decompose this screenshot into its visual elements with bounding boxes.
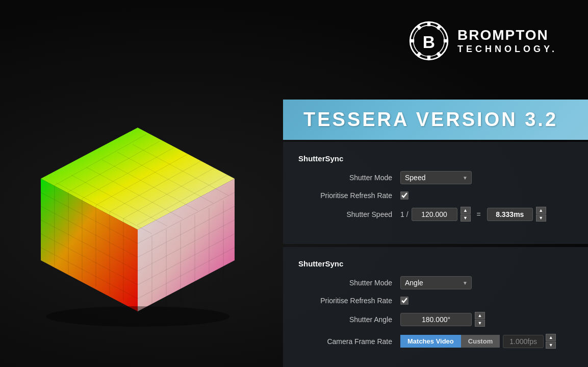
camera-frame-rate-label: Camera Frame Rate — [298, 337, 400, 346]
camera-frame-rate-row: Camera Frame Rate Matches Video Custom ▲… — [298, 334, 573, 349]
section-title-1: ShutterSync — [298, 154, 573, 163]
shutter-mode-select-1[interactable]: Speed Angle Manual — [400, 171, 472, 184]
matches-video-tab[interactable]: Matches Video — [400, 335, 461, 348]
svg-rect-2 — [427, 22, 430, 26]
shutter-mode-row-1: Shutter Mode Speed Angle Manual — [298, 171, 573, 184]
shutter-angle-row: Shutter Angle ▲ ▼ — [298, 312, 573, 327]
shutter-mode-select-2[interactable]: Speed Angle Manual — [400, 276, 472, 289]
prioritise-row-2: Prioritise Refresh Rate — [298, 297, 573, 305]
logo-text: BROMPTON TECHNOLOGY. — [457, 27, 557, 55]
cube-area — [0, 82, 275, 347]
svg-rect-3 — [427, 56, 430, 60]
fps-up-button[interactable]: ▲ — [546, 334, 556, 341]
logo-area: B BROMPTON TECHNOLOGY. — [408, 20, 557, 61]
prioritise-label-1: Prioritise Refresh Rate — [298, 191, 400, 200]
ms-value-input[interactable] — [487, 208, 533, 221]
ms-down-button[interactable]: ▼ — [536, 214, 546, 222]
fps-stepper: ▲ ▼ — [546, 334, 556, 349]
shutter-mode-dropdown-wrapper-1[interactable]: Speed Angle Manual — [400, 171, 472, 184]
brompton-logo-icon: B — [408, 20, 449, 61]
led-cube-icon — [20, 97, 255, 332]
shutter-angle-input[interactable] — [400, 313, 472, 326]
speed-prefix: 1 / — [400, 210, 408, 218]
speed-stepper: ▲ ▼ — [461, 207, 471, 222]
svg-rect-5 — [444, 39, 448, 42]
shutter-speed-label: Shutter Speed — [298, 210, 400, 218]
prioritise-row-1: Prioritise Refresh Rate — [298, 191, 573, 200]
custom-tab[interactable]: Custom — [461, 335, 500, 348]
ms-stepper: ▲ ▼ — [536, 207, 546, 222]
frame-rate-controls: Matches Video Custom ▲ ▼ — [400, 334, 556, 349]
panel-2: ShutterSync Shutter Mode Speed Angle Man… — [283, 247, 588, 367]
angle-up-button[interactable]: ▲ — [475, 312, 485, 319]
speed-controls: 1 / ▲ ▼ = ▲ ▼ — [400, 207, 546, 222]
shutter-mode-label-2: Shutter Mode — [298, 279, 400, 287]
right-panel: TESSERA VERSION 3.2 ShutterSync Shutter … — [283, 100, 588, 367]
shutter-speed-input[interactable] — [412, 208, 457, 221]
brand-sub: TECHNOLOGY. — [457, 44, 557, 55]
speed-up-button[interactable]: ▲ — [461, 207, 471, 214]
speed-down-button[interactable]: ▼ — [461, 214, 471, 222]
panel-1: ShutterSync Shutter Mode Speed Angle Man… — [283, 142, 588, 244]
title-banner: TESSERA VERSION 3.2 — [283, 100, 588, 140]
angle-controls: ▲ ▼ — [400, 312, 485, 327]
app-title: TESSERA VERSION 3.2 — [303, 109, 568, 131]
prioritise-label-2: Prioritise Refresh Rate — [298, 297, 400, 305]
shutter-mode-row-2: Shutter Mode Speed Angle Manual — [298, 276, 573, 289]
svg-rect-4 — [410, 39, 414, 42]
fps-down-button[interactable]: ▼ — [546, 341, 556, 349]
angle-down-button[interactable]: ▼ — [475, 320, 485, 327]
shutter-angle-label: Shutter Angle — [298, 315, 400, 324]
shutter-mode-dropdown-wrapper-2[interactable]: Speed Angle Manual — [400, 276, 472, 289]
section-title-2: ShutterSync — [298, 259, 573, 268]
angle-stepper: ▲ ▼ — [475, 312, 485, 327]
prioritise-checkbox-2[interactable] — [400, 297, 408, 305]
brand-name: BROMPTON — [457, 27, 557, 44]
fps-input[interactable] — [503, 335, 544, 348]
svg-text:B: B — [423, 33, 435, 52]
svg-point-14 — [46, 306, 229, 327]
shutter-mode-label-1: Shutter Mode — [298, 174, 400, 182]
ms-up-button[interactable]: ▲ — [536, 207, 546, 214]
prioritise-checkbox-1[interactable] — [400, 191, 408, 200]
equals-sign: = — [474, 210, 484, 218]
shutter-speed-row: Shutter Speed 1 / ▲ ▼ = ▲ ▼ — [298, 207, 573, 222]
